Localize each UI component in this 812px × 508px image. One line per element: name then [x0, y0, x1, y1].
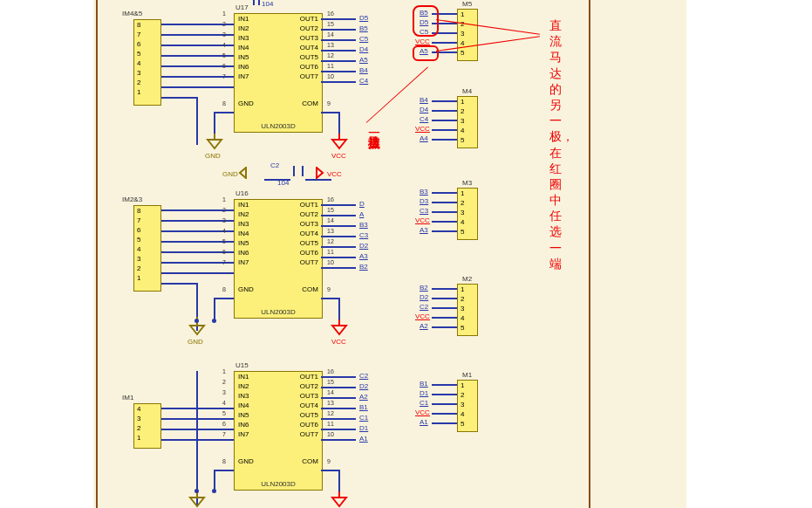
chip-u16: IN1OUT1 IN2OUT2 IN3OUT3 IN4OUT4 IN5OUT5 … [234, 199, 323, 319]
net-m4-4: VCC [415, 125, 430, 133]
wire [321, 215, 356, 216]
header-ref-m2: M2 [462, 275, 472, 283]
wire [161, 86, 234, 88]
wire [321, 112, 340, 113]
wire [338, 298, 340, 319]
vcc-label: VCC [331, 152, 346, 160]
net-out: C2 [359, 372, 368, 380]
wire [432, 42, 457, 44]
wire [432, 100, 457, 102]
chip-ref-u17: U17 [235, 3, 249, 11]
wire [432, 298, 457, 299]
svg-marker-9 [190, 498, 204, 506]
net-m3-5: A3 [420, 226, 428, 234]
header-ref-m4: M4 [462, 87, 472, 95]
cap-val-top: 104 [262, 0, 273, 8]
vcc-icon [331, 317, 348, 339]
svg-marker-7 [332, 326, 346, 334]
chip-ref-u16: U16 [235, 189, 249, 197]
cap-ref: C2 [270, 161, 279, 169]
chip-part-label: ULN2003D [261, 308, 296, 316]
annotation-right: 直流马达的另一极，在红圈中任选一端 [549, 17, 565, 271]
net-out: B1 [359, 403, 368, 411]
net-m4-1: B4 [420, 96, 428, 104]
wire [321, 418, 356, 420]
svg-marker-1 [208, 140, 222, 148]
wire [321, 408, 356, 409]
header-im23: 87654321 [133, 205, 161, 292]
wire [432, 326, 457, 328]
header-im45: 87654321 [133, 19, 161, 106]
gnd-icon [206, 131, 223, 153]
wire [161, 272, 234, 274]
net-m4-3: C4 [420, 115, 428, 123]
wire [321, 81, 356, 83]
net-m3-1: B3 [420, 188, 428, 196]
svg-marker-3 [332, 140, 346, 148]
net-out: D2 [359, 382, 368, 390]
net-m1-5: A1 [420, 418, 428, 426]
header-m2: 12345 [457, 284, 478, 336]
wire [432, 120, 457, 121]
net-out: D [359, 200, 365, 208]
net-m2-2: D2 [420, 293, 428, 301]
header-ref-im23: IM2&3 [122, 196, 142, 203]
net-out: B2 [359, 263, 368, 271]
net-out: D5 [359, 14, 368, 22]
wire [321, 298, 340, 299]
chip-u15: IN1OUT1 IN2OUT2 IN3OUT3 IN4OUT4 IN5OUT5 … [234, 371, 323, 491]
svg-marker-13 [317, 168, 323, 178]
net-m2-1: B2 [420, 284, 428, 292]
header-m4: 12345 [457, 96, 478, 148]
wire [321, 50, 356, 51]
wire [432, 317, 457, 319]
wire [338, 470, 340, 491]
svg-marker-5 [190, 326, 204, 334]
junction-dot [194, 319, 199, 323]
wire [321, 204, 356, 206]
vcc-icon [310, 167, 326, 179]
wire [321, 71, 356, 72]
junction-dot [194, 489, 199, 493]
border-right [589, 0, 590, 508]
wire [214, 112, 215, 134]
net-out: C1 [359, 414, 368, 422]
junction-dot [212, 489, 216, 493]
wire [432, 202, 457, 203]
wire [214, 470, 234, 471]
wire [214, 298, 215, 319]
schematic-board: IN1OUT1 IN2OUT2 IN3OUT3 IN4OUT4 IN5OUT5 … [0, 0, 812, 508]
net-m1-1: B1 [420, 380, 428, 388]
wire [321, 267, 356, 269]
net-m4-2: D4 [420, 106, 428, 113]
net-m1-3: C1 [420, 399, 428, 407]
net-m2-4: VCC [415, 312, 430, 320]
net-m1-4: VCC [415, 408, 430, 416]
wire [432, 211, 457, 213]
svg-marker-11 [332, 498, 346, 506]
chip-part-label: ULN2003D [261, 480, 296, 488]
wire [321, 387, 356, 388]
chip-ref-u15: U15 [235, 361, 249, 369]
wire [214, 112, 234, 113]
wire [321, 29, 356, 31]
chip-u17: IN1OUT1 IN2OUT2 IN3OUT3 IN4OUT4 IN5OUT5 … [234, 13, 323, 133]
wire [321, 18, 356, 20]
wire [321, 60, 356, 62]
wire [321, 225, 356, 227]
gnd-label: GND [188, 338, 203, 346]
wire [432, 422, 457, 424]
wire [161, 283, 196, 285]
wire [321, 470, 340, 471]
net-out: B3 [359, 221, 368, 229]
cap-val: 104 [277, 179, 289, 187]
header-ref-m5: M5 [462, 0, 472, 8]
wire [321, 429, 356, 430]
net-m2-5: A2 [420, 322, 428, 330]
svg-marker-12 [240, 168, 246, 178]
header-ref-im45: IM4&5 [122, 10, 142, 17]
net-out: A2 [359, 393, 368, 401]
net-m5-4: VCC [415, 38, 430, 45]
wire [338, 112, 340, 134]
wire [321, 376, 356, 378]
